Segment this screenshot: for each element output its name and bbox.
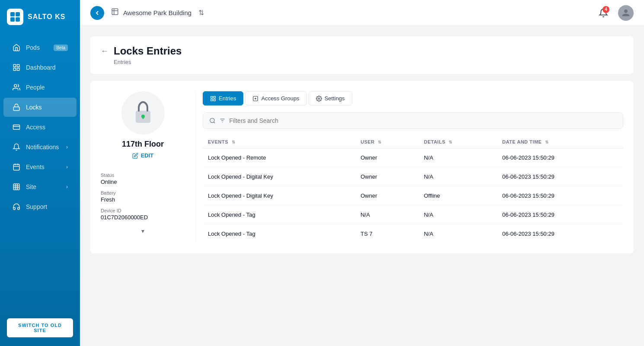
cell-user: Owner (355, 148, 419, 167)
sort-events-icon[interactable]: ⇅ (232, 140, 236, 144)
svg-point-35 (210, 118, 214, 122)
svg-rect-21 (112, 9, 118, 15)
sidebar-item-label: Pods (26, 44, 40, 51)
sidebar-item-access[interactable]: Access (3, 118, 77, 137)
svg-rect-6 (17, 68, 19, 70)
svg-rect-9 (13, 107, 19, 110)
lock-avatar (121, 91, 165, 135)
svg-rect-0 (10, 12, 15, 16)
sidebar-item-label: People (26, 84, 45, 91)
device-id-label: Device ID (101, 208, 185, 213)
chevron-right-icon: › (66, 144, 68, 150)
chevron-right-icon: › (66, 164, 68, 170)
sidebar-nav: Pods Beta Dashboard People (0, 34, 80, 310)
cell-event: Lock Opened - Digital Key (203, 186, 355, 205)
tab-settings[interactable]: Settings (309, 91, 352, 106)
battery-value: Fresh (101, 196, 185, 203)
sidebar-item-support[interactable]: Support (3, 197, 77, 216)
battery-label: Battery (101, 190, 185, 195)
cell-user: TS 7 (355, 224, 419, 243)
col-datetime: DATE AND TIME ⇅ (497, 136, 623, 148)
notification-button[interactable]: 4 (596, 5, 611, 21)
sort-datetime-icon[interactable]: ⇅ (545, 140, 549, 144)
headset-icon (12, 202, 21, 211)
svg-rect-4 (13, 64, 16, 67)
svg-rect-27 (211, 96, 213, 98)
lock-edit-button[interactable]: EDIT (132, 152, 154, 159)
search-icon (209, 117, 216, 124)
calendar-icon (12, 163, 21, 171)
sidebar-item-locks[interactable]: Locks (3, 98, 77, 117)
sort-icon[interactable]: ⇅ (198, 9, 204, 17)
topbar-back-button[interactable] (90, 6, 104, 20)
search-bar (203, 112, 623, 129)
page-title-row: ← Locks Entries (101, 45, 623, 57)
search-input[interactable] (229, 117, 617, 124)
sidebar-item-label: Dashboard (26, 64, 56, 71)
tab-entries[interactable]: Entries (203, 91, 243, 106)
building-topbar-icon (111, 8, 119, 18)
topbar-right: 4 (596, 5, 634, 21)
svg-rect-7 (13, 68, 16, 70)
expand-chevron-icon[interactable]: ▾ (141, 227, 144, 234)
sidebar-item-people[interactable]: People (3, 78, 77, 97)
svg-rect-3 (10, 17, 15, 22)
logo-text: SALTO KS (28, 13, 65, 21)
grid-icon (12, 63, 21, 72)
table-row: Lock Opened - TagTS 7N/A06-06-2023 15:50… (203, 224, 623, 243)
cell-event: Lock Opened - Tag (203, 205, 355, 224)
cell-date_time: 06-06-2023 15:50:29 (497, 205, 623, 224)
page-title: Locks Entries (114, 45, 182, 57)
cell-date_time: 06-06-2023 15:50:29 (497, 167, 623, 186)
sort-user-icon[interactable]: ⇅ (378, 140, 382, 144)
cell-event: Lock Opened - Tag (203, 224, 355, 243)
cell-date_time: 06-06-2023 15:50:29 (497, 224, 623, 243)
building-icon (12, 183, 21, 191)
cell-event: Lock Opened - Remote (203, 148, 355, 167)
status-value: Online (101, 179, 185, 185)
home-icon (12, 43, 21, 52)
cell-details: N/A (419, 148, 497, 167)
content-row: 117th Floor EDIT Status Online Battery F… (90, 81, 634, 253)
pods-badge: Beta (54, 45, 68, 51)
svg-rect-2 (16, 17, 20, 22)
tab-access-groups[interactable]: Access Groups (245, 91, 306, 106)
logo-icon (7, 9, 23, 25)
svg-rect-16 (13, 184, 19, 190)
cell-details: N/A (419, 224, 497, 243)
svg-line-36 (214, 122, 215, 123)
table-row: Lock Opened - TagN/AN/A06-06-2023 15:50:… (203, 205, 623, 224)
sidebar: SALTO KS Pods Beta Dashboard (0, 0, 80, 346)
switch-to-old-site-button[interactable]: SWITCH TO OLD SITE (7, 318, 73, 337)
chevron-right-icon: › (66, 184, 68, 190)
cell-date_time: 06-06-2023 15:50:29 (497, 148, 623, 167)
user-avatar[interactable] (618, 5, 634, 21)
sort-details-icon[interactable]: ⇅ (449, 140, 453, 144)
svg-rect-10 (13, 125, 20, 130)
col-events: EVENTS ⇅ (203, 136, 355, 148)
status-label: Status (101, 173, 185, 178)
col-details: DETAILS ⇅ (419, 136, 497, 148)
svg-rect-12 (13, 164, 19, 170)
cell-user: Owner (355, 186, 419, 205)
sidebar-item-label: Access (26, 124, 45, 131)
bell-icon (12, 143, 21, 151)
cell-details: Offline (419, 186, 497, 205)
page-back-arrow[interactable]: ← (101, 47, 108, 56)
sidebar-item-dashboard[interactable]: Dashboard (3, 58, 77, 77)
page-wrapper: ← Locks Entries Entries 117th Floor (80, 26, 644, 346)
main-content: Awesome Park Building ⇅ 4 ← Locks Entrie… (80, 0, 644, 346)
sidebar-footer: SWITCH TO OLD SITE (0, 310, 80, 346)
tab-access-groups-label: Access Groups (261, 95, 299, 102)
table-row: Lock Opened - Digital KeyOwnerN/A06-06-2… (203, 167, 623, 186)
topbar: Awesome Park Building ⇅ 4 (80, 0, 644, 26)
sidebar-item-site[interactable]: Site › (3, 177, 77, 196)
device-id-value: 01C7D2060000ED (101, 214, 185, 221)
sidebar-item-pods[interactable]: Pods Beta (3, 38, 77, 57)
sidebar-item-events[interactable]: Events › (3, 157, 77, 176)
sidebar-item-label: Site (26, 183, 36, 190)
sidebar-item-notifications[interactable]: Notifications › (3, 138, 77, 157)
svg-point-8 (14, 84, 17, 87)
table-row: Lock Opened - RemoteOwnerN/A06-06-2023 1… (203, 148, 623, 167)
table-row: Lock Opened - Digital KeyOwnerOffline06-… (203, 186, 623, 205)
